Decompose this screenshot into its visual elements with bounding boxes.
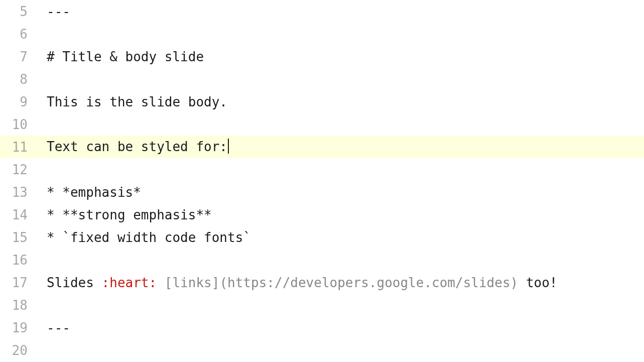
- code-line[interactable]: 13 * *emphasis*: [0, 181, 644, 203]
- code-line[interactable]: 15 * `fixed width code fonts`: [0, 226, 644, 249]
- code-line[interactable]: 14 * **strong emphasis**: [0, 203, 644, 226]
- code-line[interactable]: 12: [0, 158, 644, 181]
- line-content[interactable]: Slides :heart: [links](https://developer…: [38, 275, 644, 290]
- line-number: 8: [0, 72, 38, 87]
- line-content[interactable]: Text can be styled for:: [38, 139, 644, 155]
- line-number: 19: [0, 320, 38, 335]
- line-number: 5: [0, 4, 38, 19]
- code-editor[interactable]: 5 --- 6 7 # Title & body slide 8 9 This …: [0, 0, 644, 361]
- md-link-bracket: [: [165, 275, 173, 290]
- line-number: 17: [0, 275, 38, 290]
- md-link-paren: (: [219, 275, 227, 290]
- line-number: 15: [0, 230, 38, 245]
- code-line[interactable]: 17 Slides :heart: [links](https://develo…: [0, 271, 644, 294]
- line-content[interactable]: * `fixed width code fonts`: [38, 230, 644, 245]
- code-line[interactable]: 6: [0, 23, 644, 45]
- line-number: 14: [0, 207, 38, 222]
- text-segment: [157, 275, 165, 290]
- code-line[interactable]: 16: [0, 249, 644, 271]
- code-line-current[interactable]: 11 Text can be styled for:: [0, 136, 644, 158]
- emoji-shortcode: :heart:: [102, 275, 157, 290]
- line-number: 20: [0, 343, 38, 358]
- code-line[interactable]: 19 ---: [0, 316, 644, 339]
- md-link-paren: ): [510, 275, 519, 290]
- line-content[interactable]: # Title & body slide: [38, 49, 644, 64]
- code-line[interactable]: 8: [0, 68, 644, 90]
- line-number: 7: [0, 49, 38, 64]
- line-content[interactable]: This is the slide body.: [38, 94, 644, 109]
- code-line[interactable]: 7 # Title & body slide: [0, 45, 644, 68]
- line-number: 16: [0, 253, 38, 268]
- line-content[interactable]: ---: [38, 4, 644, 19]
- text-segment: Slides: [47, 275, 102, 290]
- line-content[interactable]: * **strong emphasis**: [38, 207, 644, 222]
- md-link-text: links: [172, 275, 211, 290]
- code-line[interactable]: 9 This is the slide body.: [0, 90, 644, 113]
- md-link-bracket: ]: [212, 275, 220, 290]
- code-line[interactable]: 10: [0, 113, 644, 136]
- line-number: 9: [0, 94, 38, 109]
- line-number: 11: [0, 140, 38, 155]
- line-number: 13: [0, 185, 38, 200]
- code-line[interactable]: 18: [0, 294, 644, 316]
- line-number: 10: [0, 117, 38, 132]
- text-segment: too!: [518, 275, 557, 290]
- line-content[interactable]: ---: [38, 320, 644, 335]
- code-line[interactable]: 5 ---: [0, 0, 644, 23]
- code-line[interactable]: 20: [0, 339, 644, 361]
- line-text: Text can be styled for:: [47, 139, 227, 154]
- line-number: 6: [0, 27, 38, 42]
- line-number: 18: [0, 298, 38, 313]
- text-cursor: [228, 139, 229, 154]
- md-link-url: https://developers.google.com/slides: [227, 275, 510, 290]
- line-content[interactable]: * *emphasis*: [38, 185, 644, 200]
- line-number: 12: [0, 162, 38, 177]
